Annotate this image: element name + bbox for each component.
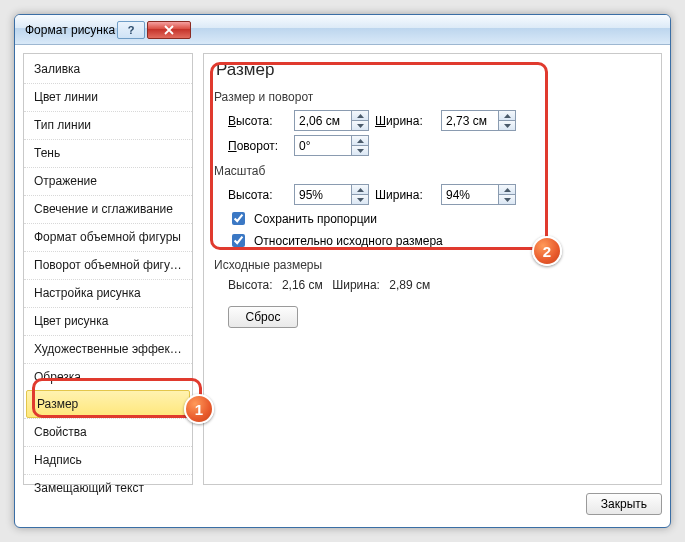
orig-height-value: 2,16 см	[282, 278, 323, 292]
scale-height-input[interactable]	[295, 185, 351, 204]
scale-width-label: Ширина:	[375, 188, 435, 202]
height-input[interactable]	[295, 111, 351, 130]
sidebar-item-fill[interactable]: Заливка	[24, 56, 192, 83]
sidebar-item-picture-color[interactable]: Цвет рисунка	[24, 307, 192, 335]
orig-height-label: Высота:	[228, 278, 273, 292]
spin-down-icon[interactable]	[499, 120, 515, 130]
spin-up-icon[interactable]	[352, 185, 368, 194]
sidebar-item-reflection[interactable]: Отражение	[24, 167, 192, 195]
height-spinner[interactable]	[294, 110, 369, 131]
close-icon	[164, 25, 174, 35]
orig-width-label: Ширина:	[332, 278, 380, 292]
dialog-window: Формат рисунка ? Заливка Цвет линии Тип …	[14, 14, 671, 528]
spin-down-icon[interactable]	[352, 120, 368, 130]
help-button[interactable]: ?	[117, 21, 145, 39]
group-title-size-rotate: Размер и поворот	[214, 90, 651, 104]
sidebar-item-3d-rotation[interactable]: Поворот объемной фигуры	[24, 251, 192, 279]
width-label: Ширина:	[375, 114, 435, 128]
page-heading: Размер	[216, 60, 651, 80]
lock-aspect-label: Сохранить пропорции	[254, 212, 377, 226]
scale-height-spinner[interactable]	[294, 184, 369, 205]
sidebar-item-shadow[interactable]: Тень	[24, 139, 192, 167]
window-close-button[interactable]	[147, 21, 191, 39]
spin-down-icon[interactable]	[352, 145, 368, 155]
scale-height-label: Высота:	[228, 188, 288, 202]
original-size-row: Высота: 2,16 см Ширина: 2,89 см	[228, 278, 651, 292]
height-label: Высота:	[228, 114, 288, 128]
spin-up-icon[interactable]	[352, 136, 368, 145]
titlebar: Формат рисунка ?	[15, 15, 670, 45]
spin-down-icon[interactable]	[499, 194, 515, 204]
spin-up-icon[interactable]	[499, 185, 515, 194]
group-title-scale: Масштаб	[214, 164, 651, 178]
width-input[interactable]	[442, 111, 498, 130]
scale-width-input[interactable]	[442, 185, 498, 204]
content-panel: Размер Размер и поворот Высота: Ширина:	[203, 53, 662, 485]
close-button[interactable]: Закрыть	[586, 493, 662, 515]
sidebar-item-size[interactable]: Размер	[26, 390, 190, 418]
spin-down-icon[interactable]	[352, 194, 368, 204]
scale-width-spinner[interactable]	[441, 184, 516, 205]
category-sidebar: Заливка Цвет линии Тип линии Тень Отраже…	[23, 53, 193, 485]
sidebar-item-crop[interactable]: Обрезка	[24, 363, 192, 391]
sidebar-item-line-type[interactable]: Тип линии	[24, 111, 192, 139]
window-title: Формат рисунка	[25, 23, 115, 37]
spin-up-icon[interactable]	[499, 111, 515, 120]
lock-aspect-checkbox[interactable]	[232, 212, 245, 225]
group-size-rotate: Размер и поворот Высота: Ширина: Поворот…	[214, 90, 651, 156]
group-scale: Масштаб Высота: Ширина: Сохранить пр	[214, 164, 651, 250]
orig-width-value: 2,89 см	[389, 278, 430, 292]
spin-up-icon[interactable]	[352, 111, 368, 120]
sidebar-item-3d-format[interactable]: Формат объемной фигуры	[24, 223, 192, 251]
rotate-input[interactable]	[295, 136, 351, 155]
relative-original-checkbox[interactable]	[232, 234, 245, 247]
sidebar-item-textbox[interactable]: Надпись	[24, 446, 192, 474]
reset-button[interactable]: Сброс	[228, 306, 298, 328]
dialog-footer: Закрыть	[23, 489, 662, 519]
width-spinner[interactable]	[441, 110, 516, 131]
sidebar-item-artistic-effects[interactable]: Художественные эффекты	[24, 335, 192, 363]
rotate-spinner[interactable]	[294, 135, 369, 156]
relative-original-label: Относительно исходного размера	[254, 234, 443, 248]
sidebar-item-picture-corrections[interactable]: Настройка рисунка	[24, 279, 192, 307]
group-original: Исходные размеры Высота: 2,16 см Ширина:…	[214, 258, 651, 328]
sidebar-item-line-color[interactable]: Цвет линии	[24, 83, 192, 111]
rotate-label: Поворот:	[228, 139, 288, 153]
sidebar-item-properties[interactable]: Свойства	[24, 418, 192, 446]
group-title-original: Исходные размеры	[214, 258, 651, 272]
sidebar-item-glow[interactable]: Свечение и сглаживание	[24, 195, 192, 223]
